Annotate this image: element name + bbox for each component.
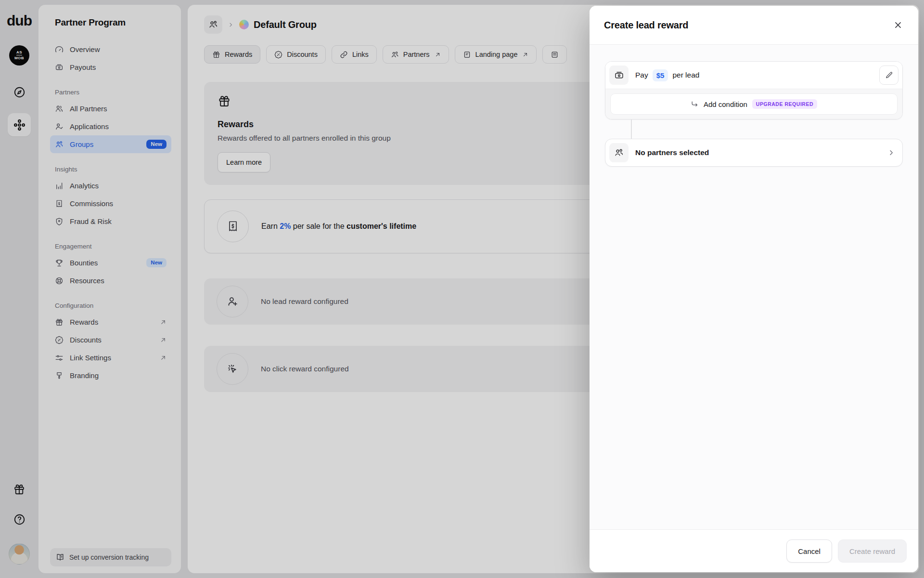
panel-body: Pay $5 per lead Add condition UPGRADE RE…: [590, 45, 918, 529]
pay-unit: per lead: [672, 71, 699, 79]
cancel-button[interactable]: Cancel: [786, 539, 832, 563]
pay-reward-card[interactable]: Pay $5 per lead Add condition UPGRADE RE…: [605, 61, 903, 119]
create-lead-reward-panel: Create lead reward Pay $5 per lead: [590, 6, 918, 572]
chevron-right-icon: [887, 148, 896, 157]
pencil-icon: [885, 71, 893, 79]
money-icon: [609, 66, 629, 85]
edit-reward-button[interactable]: [879, 66, 898, 85]
pay-text: Pay $5 per lead: [635, 69, 699, 81]
add-condition-button[interactable]: Add condition UPGRADE REQUIRED: [610, 93, 898, 115]
upgrade-required-badge: UPGRADE REQUIRED: [752, 99, 817, 109]
partners-row-label: No partners selected: [635, 148, 709, 157]
page: dub AS MOB Partner Program Overview Payo…: [0, 0, 924, 578]
panel-title: Create lead reward: [604, 20, 688, 31]
panel-footer: Cancel Create reward: [590, 529, 918, 572]
tree-connector-line: [631, 119, 632, 139]
pay-row: Pay $5 per lead: [605, 62, 902, 89]
partners-selector-row[interactable]: No partners selected: [605, 139, 903, 167]
close-button[interactable]: [889, 16, 907, 34]
pay-amount: $5: [653, 69, 668, 81]
close-icon: [893, 20, 903, 30]
corner-down-right-icon: [691, 100, 699, 108]
condition-section: Add condition UPGRADE REQUIRED: [605, 89, 902, 119]
create-reward-button[interactable]: Create reward: [838, 539, 907, 563]
users-group-icon: [609, 143, 629, 162]
add-condition-label: Add condition: [704, 100, 747, 108]
panel-header: Create lead reward: [590, 6, 918, 45]
pay-verb: Pay: [635, 71, 648, 79]
